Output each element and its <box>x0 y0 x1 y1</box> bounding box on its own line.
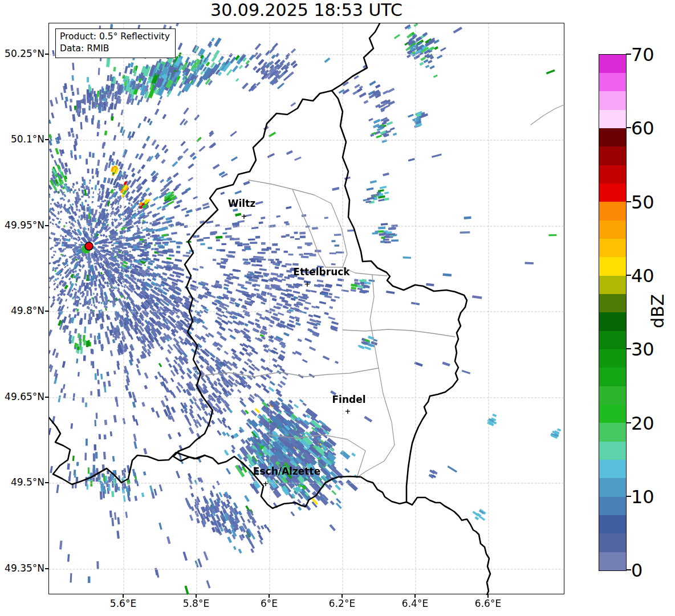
city-label: Esch/Alzette <box>253 466 320 477</box>
country-border <box>332 91 467 502</box>
lon-tick-mark <box>196 594 197 598</box>
colorbar-axis-label: dBZ <box>648 288 675 334</box>
colorbar-tick-label: 0 <box>631 561 643 580</box>
lat-tick-label: 49.5°N <box>0 476 44 488</box>
colorbar-segment <box>599 368 626 386</box>
lat-tick-mark <box>45 54 48 55</box>
lat-tick-label: 49.95°N <box>0 219 44 231</box>
colorbar-segment <box>599 294 626 312</box>
lat-tick-label: 49.35°N <box>0 562 44 574</box>
colorbar-tick-label: 50 <box>631 193 654 211</box>
lat-tick-mark <box>45 139 48 140</box>
colorbar-tick-mark <box>626 201 631 202</box>
colorbar-segment <box>599 423 626 441</box>
figure-title: 30.09.2025 18:53 UTC <box>48 0 564 20</box>
colorbar-tick-label: 10 <box>631 488 654 506</box>
colorbar-tick-label: 40 <box>631 267 654 285</box>
colorbar-tick-label: 20 <box>631 414 654 433</box>
lon-tick-label: 6.6°E <box>462 598 514 609</box>
city-label: Wiltz <box>228 198 255 209</box>
colorbar <box>599 54 627 571</box>
lat-tick-mark <box>45 311 48 312</box>
colorbar-tick-mark <box>626 496 631 497</box>
colorbar-tick-mark <box>626 422 631 423</box>
colorbar-segment <box>599 128 626 146</box>
colorbar-segment <box>599 478 626 496</box>
colorbar-segment <box>599 239 626 257</box>
admin-border <box>357 275 395 478</box>
product-line: Product: 0.5° Reflectivity <box>60 31 170 43</box>
city-label: Ettelbruck <box>293 266 349 278</box>
admin-border <box>292 189 343 267</box>
lat-tick-mark <box>45 397 48 398</box>
colorbar-segment <box>599 460 626 478</box>
colorbar-segment <box>599 91 626 109</box>
lat-tick-label: 49.8°N <box>0 305 44 316</box>
lat-tick-mark <box>45 482 48 483</box>
colorbar-tick-mark <box>626 348 631 349</box>
lon-tick-label: 5.6°E <box>97 598 149 609</box>
admin-border <box>531 104 565 125</box>
lat-tick-label: 50.25°N <box>0 48 44 59</box>
city-marker: + <box>241 212 247 221</box>
country-border <box>332 23 380 91</box>
lon-tick-label: 6.2°E <box>316 598 368 609</box>
colorbar-segment <box>599 405 626 423</box>
colorbar-segment <box>599 515 626 533</box>
colorbar-tick-mark <box>626 275 631 276</box>
lon-tick-mark <box>123 594 124 598</box>
country-border <box>406 497 490 595</box>
colorbar-segment <box>599 349 626 368</box>
map-plot-area: Product: 0.5° Reflectivity Data: RMIB <box>48 23 564 594</box>
colorbar-segment <box>599 183 626 202</box>
colorbar-segment <box>599 202 626 220</box>
city-marker: + <box>263 479 269 488</box>
colorbar-segment <box>599 442 626 460</box>
colorbar-segment <box>599 221 626 239</box>
lon-tick-mark <box>487 594 489 598</box>
admin-border <box>201 368 379 377</box>
colorbar-segment <box>599 146 626 165</box>
lon-tick-label: 5.8°E <box>170 598 222 609</box>
lat-tick-label: 49.65°N <box>0 391 44 402</box>
data-source-line: Data: RMIB <box>60 43 170 55</box>
product-info-box: Product: 0.5° Reflectivity Data: RMIB <box>55 28 176 58</box>
colorbar-segment <box>599 165 626 183</box>
radar-site-marker <box>85 242 93 250</box>
city-marker: + <box>345 407 351 415</box>
colorbar-tick-mark <box>626 54 631 55</box>
city-marker: + <box>304 280 311 288</box>
lon-tick-mark <box>414 594 416 598</box>
colorbar-segment <box>599 331 626 349</box>
colorbar-segment <box>599 533 626 552</box>
country-border <box>49 418 205 484</box>
colorbar-segment <box>599 110 626 128</box>
colorbar-tick-label: 30 <box>631 340 654 358</box>
admin-border <box>343 329 455 337</box>
colorbar-segment <box>599 276 626 294</box>
lon-tick-label: 6°E <box>243 598 295 609</box>
lat-tick-mark <box>45 568 48 569</box>
colorbar-tick-mark <box>626 569 631 570</box>
lat-tick-label: 50.1°N <box>0 133 44 145</box>
colorbar-segment <box>599 257 626 275</box>
colorbar-tick-label: 70 <box>631 46 654 64</box>
colorbar-segment <box>599 552 626 570</box>
lon-tick-label: 6.4°E <box>389 598 441 609</box>
city-label: Findel <box>332 394 365 405</box>
colorbar-segment <box>599 73 626 91</box>
colorbar-segment <box>599 55 626 73</box>
lon-tick-mark <box>341 594 343 598</box>
colorbar-segment <box>599 386 626 405</box>
colorbar-tick-label: 60 <box>631 119 654 137</box>
colorbar-segment <box>599 312 626 331</box>
colorbar-tick-mark <box>626 127 631 128</box>
colorbar-segment <box>599 497 626 515</box>
lat-tick-mark <box>45 225 48 226</box>
map-borders-layer <box>49 23 565 595</box>
radar-figure: { "title": "30.09.2025 18:53 UTC", "prod… <box>0 0 675 616</box>
country-border <box>205 455 406 508</box>
lon-tick-mark <box>269 594 270 598</box>
